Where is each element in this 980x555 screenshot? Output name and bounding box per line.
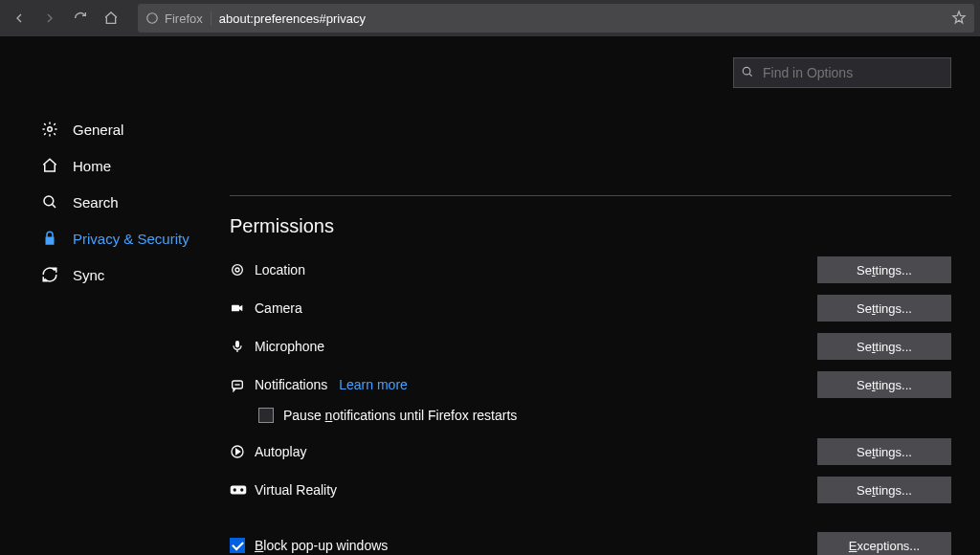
- identity-box: Firefox: [145, 11, 212, 26]
- location-icon: [230, 262, 255, 278]
- block-popups-row: Block pop-up windows Exceptions...: [230, 526, 951, 555]
- permission-row-camera: Camera Settings...: [230, 289, 951, 327]
- url-bar[interactable]: Firefox about:preferences#privacy: [138, 4, 974, 33]
- block-popups-checkbox[interactable]: [230, 538, 245, 553]
- bookmark-star-icon[interactable]: [951, 10, 967, 28]
- permission-label: Notifications: [255, 377, 327, 392]
- pause-notifications-checkbox[interactable]: [258, 408, 274, 423]
- lock-icon: [40, 230, 59, 247]
- camera-settings-button[interactable]: Settings...: [817, 295, 951, 322]
- vr-settings-button[interactable]: Settings...: [817, 477, 951, 503]
- svg-point-3: [743, 67, 750, 75]
- prev-section-links: [230, 147, 951, 166]
- pause-notifications-row: Pause notifications until Firefox restar…: [230, 404, 951, 433]
- section-title: Permissions: [230, 215, 951, 237]
- svg-rect-7: [235, 341, 239, 347]
- permission-row-microphone: Microphone Settings...: [230, 327, 951, 366]
- sidebar-item-home[interactable]: Home: [0, 147, 230, 184]
- home-icon: [40, 157, 59, 174]
- notifications-learn-more-link[interactable]: Learn more: [339, 377, 408, 392]
- search-input[interactable]: [733, 57, 951, 88]
- autoplay-icon: [230, 444, 255, 459]
- browser-toolbar: Firefox about:preferences#privacy: [0, 0, 980, 36]
- back-button[interactable]: [6, 5, 33, 32]
- permission-row-location: Location Settings...: [230, 251, 951, 289]
- svg-point-4: [235, 268, 239, 272]
- sidebar-item-label: Privacy & Security: [73, 231, 189, 247]
- divider: [230, 195, 951, 196]
- sidebar-item-label: Sync: [73, 267, 104, 283]
- permission-label: Autoplay: [255, 444, 306, 459]
- sidebar-item-sync[interactable]: Sync: [0, 256, 230, 293]
- search-icon: [40, 193, 59, 211]
- permission-label: Location: [255, 262, 305, 278]
- notifications-settings-button[interactable]: Settings...: [817, 371, 951, 398]
- notifications-icon: [230, 377, 255, 392]
- permission-label: Virtual Reality: [255, 482, 337, 498]
- gear-icon: [40, 121, 59, 138]
- svg-point-11: [234, 488, 236, 491]
- pause-notifications-label: Pause notifications until Firefox restar…: [283, 408, 517, 423]
- svg-point-0: [147, 13, 158, 24]
- svg-point-12: [240, 488, 243, 491]
- permission-label: Microphone: [255, 339, 324, 354]
- search-in-options: [733, 57, 951, 88]
- sidebar-item-search[interactable]: Search: [0, 184, 230, 220]
- location-settings-button[interactable]: Settings...: [817, 256, 951, 283]
- sidebar-item-label: General: [73, 122, 123, 138]
- svg-rect-6: [232, 305, 239, 312]
- content-area: Permissions Location Settings... Camera …: [230, 36, 980, 555]
- block-popups-exceptions-button[interactable]: Exceptions...: [817, 532, 951, 555]
- sidebar: General Home Search Privacy & Security S…: [0, 36, 230, 555]
- sidebar-item-general[interactable]: General: [0, 111, 230, 147]
- vr-icon: [230, 482, 255, 498]
- search-icon: [741, 65, 754, 81]
- svg-point-5: [233, 265, 243, 276]
- main-area: General Home Search Privacy & Security S…: [0, 36, 980, 555]
- firefox-icon: [145, 11, 159, 25]
- sync-icon: [40, 266, 59, 283]
- permission-row-autoplay: Autoplay Settings...: [230, 433, 951, 471]
- home-button[interactable]: [98, 5, 124, 32]
- microphone-settings-button[interactable]: Settings...: [817, 333, 951, 360]
- microphone-icon: [230, 339, 255, 354]
- block-popups-label: Block pop-up windows: [255, 538, 388, 553]
- permission-label: Camera: [255, 300, 302, 316]
- url-text: about:preferences#privacy: [219, 11, 366, 26]
- sidebar-item-privacy[interactable]: Privacy & Security: [0, 220, 230, 256]
- forward-button[interactable]: [36, 5, 63, 32]
- camera-icon: [230, 300, 255, 316]
- svg-rect-10: [231, 486, 247, 495]
- sidebar-item-label: Search: [73, 194, 119, 211]
- permission-row-notifications: Notifications Learn more Settings...: [230, 366, 951, 404]
- autoplay-settings-button[interactable]: Settings...: [817, 438, 951, 465]
- permission-row-vr: Virtual Reality Settings...: [230, 471, 951, 509]
- reload-button[interactable]: [67, 5, 94, 32]
- svg-point-2: [44, 196, 54, 206]
- svg-point-1: [48, 127, 53, 132]
- identity-label: Firefox: [165, 11, 203, 26]
- sidebar-item-label: Home: [73, 158, 111, 174]
